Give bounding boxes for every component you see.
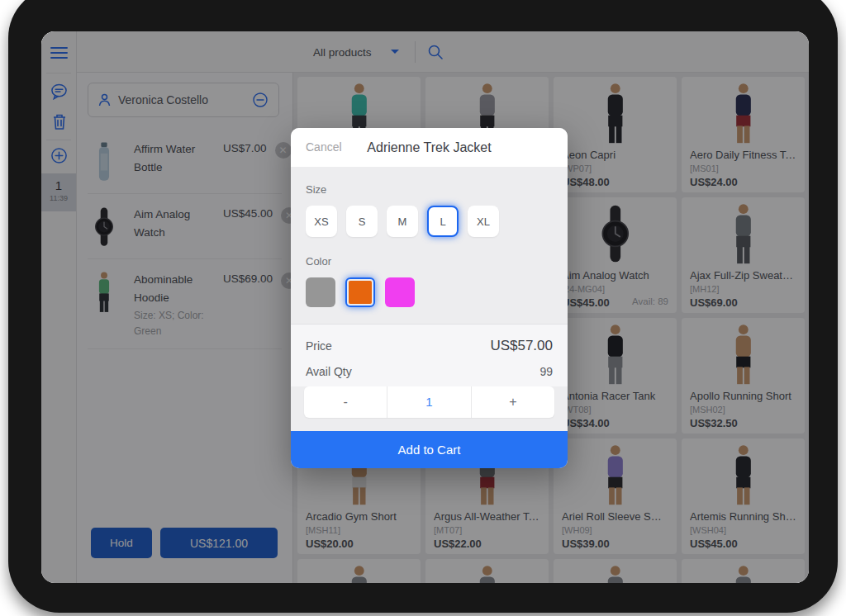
avail-qty-label: Avail Qty (306, 365, 352, 378)
size-option-button[interactable]: XL (468, 206, 499, 237)
size-option-button[interactable]: XS (306, 206, 337, 237)
size-label: Size (306, 183, 553, 196)
size-option-button[interactable]: M (387, 206, 418, 237)
app-screen: All products (41, 31, 809, 583)
modal-price-section: Price US$57.00 Avail Qty 99 (291, 324, 568, 386)
size-option-button[interactable]: S (346, 206, 378, 237)
qty-decrease-button[interactable]: - (304, 386, 387, 418)
size-options: XS S M L XL (306, 206, 553, 237)
modal-header: Cancel Adrienne Trek Jacket (291, 128, 568, 167)
color-swatch[interactable] (385, 277, 415, 307)
color-label: Color (306, 255, 553, 268)
qty-value[interactable]: 1 (387, 386, 471, 418)
add-to-cart-button[interactable]: Add to Cart (291, 431, 568, 468)
color-swatch[interactable] (345, 277, 375, 307)
color-options (306, 277, 553, 307)
size-option-button[interactable]: L (427, 206, 459, 237)
page: All products (0, 0, 846, 616)
modal-options: Size XS S M L XL Color (291, 167, 568, 307)
cancel-button[interactable]: Cancel (306, 128, 342, 167)
color-swatch[interactable] (306, 277, 335, 307)
product-options-modal: Cancel Adrienne Trek Jacket Size XS S M … (291, 128, 568, 468)
qty-increase-button[interactable]: + (472, 386, 554, 418)
price-value: US$57.00 (490, 338, 553, 354)
avail-qty-value: 99 (539, 365, 553, 378)
price-label: Price (306, 339, 332, 353)
quantity-stepper: - 1 + (304, 386, 554, 418)
